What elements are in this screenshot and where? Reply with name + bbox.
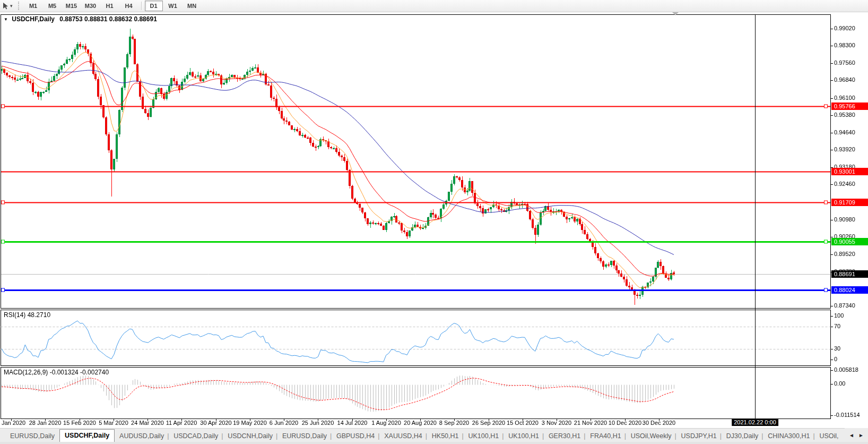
date-tick-label: 10 Dec 2020 bbox=[609, 420, 641, 426]
cursor-tool-button[interactable]: ▾ bbox=[0, 0, 16, 12]
price-level-box: 0.95766 bbox=[831, 103, 868, 110]
price-level-box: 0.88691 bbox=[831, 270, 868, 278]
price-tick-label: 0.99020 bbox=[834, 25, 855, 31]
macd-scale-label: 0.005818 bbox=[834, 366, 858, 373]
chart-canvas[interactable] bbox=[0, 0, 868, 444]
price-tick-label: 0.93920 bbox=[834, 146, 855, 152]
timeframe-button-w1[interactable]: W1 bbox=[164, 1, 182, 11]
date-tick-label: 21 Nov 2020 bbox=[574, 420, 607, 426]
rsi-scale-label: 0 bbox=[834, 356, 837, 362]
date-tick-label: 20 Aug 2020 bbox=[404, 420, 437, 426]
toolbar-grip[interactable] bbox=[18, 2, 22, 10]
chart-title: ▼ USDCHF,Daily 0.88753 0.88831 0.88632 0… bbox=[4, 15, 157, 23]
date-tick-label: 15 Oct 2020 bbox=[507, 420, 539, 426]
price-tick-label: 0.89520 bbox=[834, 251, 855, 257]
timeframe-button-h4[interactable]: H4 bbox=[120, 1, 138, 11]
chart-tab-13[interactable]: USOil,Weekly bbox=[626, 431, 676, 442]
date-tick-label: 30 Apr 2020 bbox=[200, 420, 231, 426]
date-tick-label: 3 Nov 2020 bbox=[542, 420, 571, 426]
date-tick-label: 6 Jun 2020 bbox=[270, 420, 298, 426]
toolbar: ▾ M1M5M15M30H1H4D1W1MN bbox=[0, 0, 868, 12]
date-tick-label: 5 Mar 2020 bbox=[99, 420, 128, 426]
trading-platform-window: ▾ M1M5M15M30H1H4D1W1MN ▼ USDCHF,Daily 0.… bbox=[0, 0, 868, 444]
chart-tab-0[interactable]: EURUSD,Daily bbox=[5, 431, 59, 442]
date-tick-label: 11 Apr 2020 bbox=[166, 420, 197, 426]
chart-tab-4[interactable]: USDCNH,Daily bbox=[223, 431, 277, 442]
date-tick-label: 8 Sep 2020 bbox=[439, 420, 469, 426]
chart-tab-2[interactable]: AUDUSD,Daily bbox=[115, 431, 169, 442]
autoscroll-triangle-icon[interactable] bbox=[672, 12, 679, 15]
chart-tab-5[interactable]: EURUSD,Daily bbox=[277, 431, 332, 442]
price-tick-label: 0.96100 bbox=[834, 95, 855, 101]
chart-tab-3[interactable]: USDCAD,Daily bbox=[169, 431, 223, 442]
timeframe-button-m5[interactable]: M5 bbox=[44, 1, 62, 11]
vertical-line-date-marker[interactable]: 2021.02.22 0:00 bbox=[732, 419, 778, 426]
price-tick-label: 0.96840 bbox=[834, 76, 855, 83]
chart-tab-16[interactable]: CHINA300,H1 bbox=[763, 431, 814, 442]
chart-tab-14[interactable]: USDJPY,H1 bbox=[676, 431, 722, 442]
price-tick-label: 0.92460 bbox=[834, 181, 855, 187]
price-tick-label: 0.95380 bbox=[834, 112, 855, 118]
tab-scroll-arrows: ◄ ► bbox=[845, 428, 868, 442]
chart-tab-bar: EURUSD,DailyUSDCHF,DailyAUDUSD,DailyUSDC… bbox=[0, 428, 868, 442]
cursor-arrow-icon bbox=[2, 2, 9, 10]
chart-tab-6[interactable]: GBPUSD,H4 bbox=[332, 431, 379, 442]
timeframe-button-m1[interactable]: M1 bbox=[24, 1, 42, 11]
tab-scroll-left-icon[interactable]: ◄ bbox=[849, 432, 854, 438]
timeframe-button-m15[interactable]: M15 bbox=[63, 1, 81, 11]
date-tick-label: 19 May 2020 bbox=[233, 420, 267, 426]
chart-tab-9[interactable]: UK100,H1 bbox=[464, 431, 504, 442]
chart-tab-15[interactable]: DJ30,Daily bbox=[722, 431, 763, 442]
date-tick-label: 30 Dec 2020 bbox=[643, 420, 675, 426]
rsi-label: RSI(14) 48.2710 bbox=[4, 311, 50, 319]
dropdown-caret-icon: ▾ bbox=[10, 3, 13, 8]
price-level-box: 0.93001 bbox=[831, 168, 868, 175]
date-tick-label: 9 Jan 2020 bbox=[0, 420, 25, 426]
timeframe-button-mn[interactable]: MN bbox=[183, 1, 201, 11]
timeframe-buttons: M1M5M15M30H1H4D1W1MN bbox=[24, 1, 202, 11]
price-level-box: 0.88024 bbox=[831, 286, 868, 294]
macd-scale-label: -0.011514 bbox=[834, 412, 860, 418]
date-tick-label: 26 Sep 2020 bbox=[472, 420, 505, 426]
collapse-triangle-icon[interactable]: ▼ bbox=[4, 17, 8, 22]
price-tick-label: 0.98300 bbox=[834, 42, 855, 48]
rsi-scale-label: 70 bbox=[834, 323, 840, 329]
macd-scale-label: 0.00 bbox=[834, 380, 845, 387]
price-level-box: 0.91709 bbox=[831, 199, 868, 206]
timeframe-button-d1[interactable]: D1 bbox=[145, 1, 163, 11]
price-tick-label: 0.90980 bbox=[834, 216, 855, 223]
chart-tab-8[interactable]: HK50,H1 bbox=[427, 431, 464, 442]
macd-label: MACD(12,26,9) -0.001324 -0.002740 bbox=[4, 369, 109, 376]
date-tick-label: 28 Jan 2020 bbox=[29, 420, 62, 426]
toolbar-separator bbox=[141, 2, 142, 10]
chart-symbol-period: USDCHF,Daily bbox=[12, 15, 55, 23]
price-tick-label: 0.87340 bbox=[834, 302, 855, 309]
date-tick-label: 15 Feb 2020 bbox=[63, 420, 96, 426]
chart-tab-12[interactable]: FRA40,H1 bbox=[585, 431, 626, 442]
date-tick-label: 14 Jul 2020 bbox=[337, 420, 368, 426]
status-strip bbox=[0, 442, 868, 444]
chart-tab-17[interactable]: USOil, bbox=[814, 431, 843, 442]
date-tick-label: 1 Aug 2020 bbox=[371, 420, 401, 426]
price-tick-label: 0.97560 bbox=[834, 59, 855, 66]
chart-tab-10[interactable]: UK100,H1 bbox=[504, 431, 544, 442]
price-level-box: 0.90055 bbox=[831, 238, 868, 245]
chart-ohlc-values: 0.88753 0.88831 0.88632 0.88691 bbox=[59, 15, 157, 23]
chart-tab-11[interactable]: GER30,H1 bbox=[544, 431, 585, 442]
rsi-scale-label: 100 bbox=[834, 312, 844, 319]
date-tick-label: 25 Jun 2020 bbox=[302, 420, 334, 426]
chart-tab-7[interactable]: XAUUSD,H4 bbox=[379, 431, 427, 442]
rsi-scale-label: 30 bbox=[834, 345, 840, 352]
timeframe-button-m30[interactable]: M30 bbox=[82, 1, 100, 11]
tab-scroll-right-icon[interactable]: ► bbox=[858, 432, 864, 438]
timeframe-button-h1[interactable]: H1 bbox=[101, 1, 119, 11]
date-tick-label: 24 Mar 2020 bbox=[131, 420, 164, 426]
price-tick-label: 0.94640 bbox=[834, 129, 855, 135]
chart-tab-1[interactable]: USDCHF,Daily bbox=[59, 429, 115, 442]
